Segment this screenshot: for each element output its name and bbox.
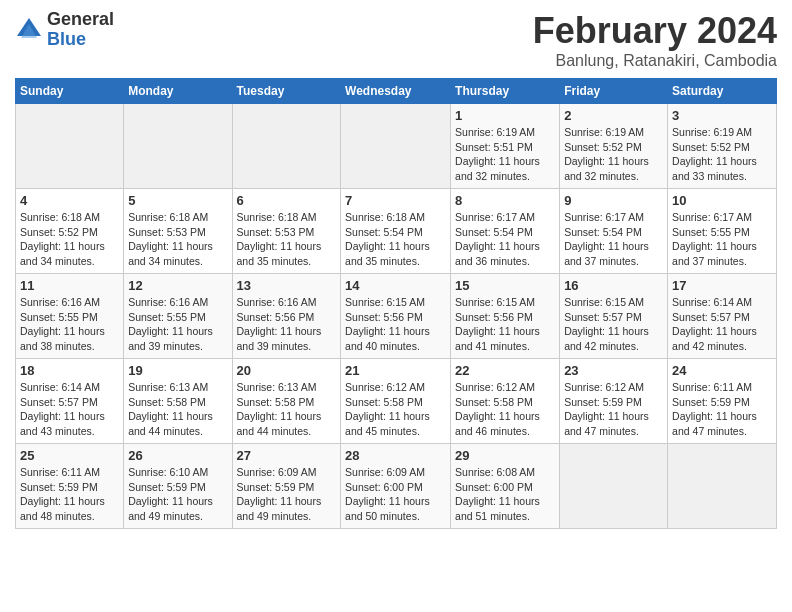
calendar-cell: 26Sunrise: 6:10 AM Sunset: 5:59 PM Dayli… xyxy=(124,444,232,529)
calendar-cell: 7Sunrise: 6:18 AM Sunset: 5:54 PM Daylig… xyxy=(341,189,451,274)
day-info: Sunrise: 6:10 AM Sunset: 5:59 PM Dayligh… xyxy=(128,465,227,524)
calendar-cell: 20Sunrise: 6:13 AM Sunset: 5:58 PM Dayli… xyxy=(232,359,341,444)
day-info: Sunrise: 6:12 AM Sunset: 5:59 PM Dayligh… xyxy=(564,380,663,439)
calendar-cell: 16Sunrise: 6:15 AM Sunset: 5:57 PM Dayli… xyxy=(560,274,668,359)
day-number: 29 xyxy=(455,448,555,463)
day-number: 12 xyxy=(128,278,227,293)
calendar-cell: 21Sunrise: 6:12 AM Sunset: 5:58 PM Dayli… xyxy=(341,359,451,444)
day-number: 7 xyxy=(345,193,446,208)
header-friday: Friday xyxy=(560,79,668,104)
calendar-week-row: 18Sunrise: 6:14 AM Sunset: 5:57 PM Dayli… xyxy=(16,359,777,444)
day-info: Sunrise: 6:11 AM Sunset: 5:59 PM Dayligh… xyxy=(20,465,119,524)
day-number: 23 xyxy=(564,363,663,378)
day-info: Sunrise: 6:12 AM Sunset: 5:58 PM Dayligh… xyxy=(345,380,446,439)
day-number: 6 xyxy=(237,193,337,208)
day-number: 14 xyxy=(345,278,446,293)
day-number: 17 xyxy=(672,278,772,293)
day-number: 21 xyxy=(345,363,446,378)
day-info: Sunrise: 6:15 AM Sunset: 5:57 PM Dayligh… xyxy=(564,295,663,354)
day-number: 26 xyxy=(128,448,227,463)
day-info: Sunrise: 6:13 AM Sunset: 5:58 PM Dayligh… xyxy=(237,380,337,439)
day-info: Sunrise: 6:17 AM Sunset: 5:54 PM Dayligh… xyxy=(455,210,555,269)
calendar-week-row: 25Sunrise: 6:11 AM Sunset: 5:59 PM Dayli… xyxy=(16,444,777,529)
day-number: 5 xyxy=(128,193,227,208)
calendar-cell xyxy=(124,104,232,189)
calendar-cell: 14Sunrise: 6:15 AM Sunset: 5:56 PM Dayli… xyxy=(341,274,451,359)
calendar-cell: 18Sunrise: 6:14 AM Sunset: 5:57 PM Dayli… xyxy=(16,359,124,444)
day-info: Sunrise: 6:14 AM Sunset: 5:57 PM Dayligh… xyxy=(672,295,772,354)
day-info: Sunrise: 6:18 AM Sunset: 5:53 PM Dayligh… xyxy=(237,210,337,269)
calendar-cell: 10Sunrise: 6:17 AM Sunset: 5:55 PM Dayli… xyxy=(668,189,777,274)
calendar-cell: 4Sunrise: 6:18 AM Sunset: 5:52 PM Daylig… xyxy=(16,189,124,274)
calendar-cell: 2Sunrise: 6:19 AM Sunset: 5:52 PM Daylig… xyxy=(560,104,668,189)
day-info: Sunrise: 6:18 AM Sunset: 5:54 PM Dayligh… xyxy=(345,210,446,269)
calendar-cell: 15Sunrise: 6:15 AM Sunset: 5:56 PM Dayli… xyxy=(451,274,560,359)
day-info: Sunrise: 6:17 AM Sunset: 5:54 PM Dayligh… xyxy=(564,210,663,269)
day-number: 28 xyxy=(345,448,446,463)
logo-general-text: General xyxy=(47,10,114,30)
calendar-week-row: 1Sunrise: 6:19 AM Sunset: 5:51 PM Daylig… xyxy=(16,104,777,189)
day-number: 3 xyxy=(672,108,772,123)
page-header: General Blue February 2024 Banlung, Rata… xyxy=(15,10,777,70)
calendar-cell: 17Sunrise: 6:14 AM Sunset: 5:57 PM Dayli… xyxy=(668,274,777,359)
day-number: 13 xyxy=(237,278,337,293)
calendar-cell: 23Sunrise: 6:12 AM Sunset: 5:59 PM Dayli… xyxy=(560,359,668,444)
day-info: Sunrise: 6:16 AM Sunset: 5:55 PM Dayligh… xyxy=(20,295,119,354)
calendar-header-row: SundayMondayTuesdayWednesdayThursdayFrid… xyxy=(16,79,777,104)
day-info: Sunrise: 6:19 AM Sunset: 5:51 PM Dayligh… xyxy=(455,125,555,184)
day-number: 25 xyxy=(20,448,119,463)
day-number: 2 xyxy=(564,108,663,123)
day-number: 15 xyxy=(455,278,555,293)
day-info: Sunrise: 6:19 AM Sunset: 5:52 PM Dayligh… xyxy=(672,125,772,184)
calendar-cell: 12Sunrise: 6:16 AM Sunset: 5:55 PM Dayli… xyxy=(124,274,232,359)
title-block: February 2024 Banlung, Ratanakiri, Cambo… xyxy=(533,10,777,70)
location: Banlung, Ratanakiri, Cambodia xyxy=(533,52,777,70)
calendar-cell: 27Sunrise: 6:09 AM Sunset: 5:59 PM Dayli… xyxy=(232,444,341,529)
header-monday: Monday xyxy=(124,79,232,104)
day-info: Sunrise: 6:14 AM Sunset: 5:57 PM Dayligh… xyxy=(20,380,119,439)
day-info: Sunrise: 6:08 AM Sunset: 6:00 PM Dayligh… xyxy=(455,465,555,524)
day-number: 4 xyxy=(20,193,119,208)
day-info: Sunrise: 6:15 AM Sunset: 5:56 PM Dayligh… xyxy=(345,295,446,354)
day-info: Sunrise: 6:17 AM Sunset: 5:55 PM Dayligh… xyxy=(672,210,772,269)
day-number: 9 xyxy=(564,193,663,208)
month-title: February 2024 xyxy=(533,10,777,52)
day-number: 16 xyxy=(564,278,663,293)
logo: General Blue xyxy=(15,10,114,50)
day-number: 10 xyxy=(672,193,772,208)
calendar-cell: 29Sunrise: 6:08 AM Sunset: 6:00 PM Dayli… xyxy=(451,444,560,529)
day-info: Sunrise: 6:09 AM Sunset: 5:59 PM Dayligh… xyxy=(237,465,337,524)
day-info: Sunrise: 6:15 AM Sunset: 5:56 PM Dayligh… xyxy=(455,295,555,354)
calendar-week-row: 4Sunrise: 6:18 AM Sunset: 5:52 PM Daylig… xyxy=(16,189,777,274)
calendar-cell xyxy=(341,104,451,189)
day-info: Sunrise: 6:18 AM Sunset: 5:52 PM Dayligh… xyxy=(20,210,119,269)
calendar-cell: 22Sunrise: 6:12 AM Sunset: 5:58 PM Dayli… xyxy=(451,359,560,444)
header-tuesday: Tuesday xyxy=(232,79,341,104)
header-thursday: Thursday xyxy=(451,79,560,104)
day-number: 22 xyxy=(455,363,555,378)
calendar-cell: 19Sunrise: 6:13 AM Sunset: 5:58 PM Dayli… xyxy=(124,359,232,444)
calendar-cell: 6Sunrise: 6:18 AM Sunset: 5:53 PM Daylig… xyxy=(232,189,341,274)
day-info: Sunrise: 6:18 AM Sunset: 5:53 PM Dayligh… xyxy=(128,210,227,269)
calendar-table: SundayMondayTuesdayWednesdayThursdayFrid… xyxy=(15,78,777,529)
day-number: 20 xyxy=(237,363,337,378)
day-info: Sunrise: 6:16 AM Sunset: 5:56 PM Dayligh… xyxy=(237,295,337,354)
logo-blue-text: Blue xyxy=(47,30,114,50)
calendar-cell: 24Sunrise: 6:11 AM Sunset: 5:59 PM Dayli… xyxy=(668,359,777,444)
day-info: Sunrise: 6:12 AM Sunset: 5:58 PM Dayligh… xyxy=(455,380,555,439)
calendar-cell: 3Sunrise: 6:19 AM Sunset: 5:52 PM Daylig… xyxy=(668,104,777,189)
calendar-week-row: 11Sunrise: 6:16 AM Sunset: 5:55 PM Dayli… xyxy=(16,274,777,359)
calendar-cell xyxy=(232,104,341,189)
day-info: Sunrise: 6:16 AM Sunset: 5:55 PM Dayligh… xyxy=(128,295,227,354)
calendar-cell xyxy=(560,444,668,529)
day-info: Sunrise: 6:19 AM Sunset: 5:52 PM Dayligh… xyxy=(564,125,663,184)
header-saturday: Saturday xyxy=(668,79,777,104)
calendar-cell: 25Sunrise: 6:11 AM Sunset: 5:59 PM Dayli… xyxy=(16,444,124,529)
calendar-cell: 8Sunrise: 6:17 AM Sunset: 5:54 PM Daylig… xyxy=(451,189,560,274)
day-info: Sunrise: 6:09 AM Sunset: 6:00 PM Dayligh… xyxy=(345,465,446,524)
calendar-cell xyxy=(668,444,777,529)
calendar-cell: 13Sunrise: 6:16 AM Sunset: 5:56 PM Dayli… xyxy=(232,274,341,359)
day-number: 18 xyxy=(20,363,119,378)
day-info: Sunrise: 6:13 AM Sunset: 5:58 PM Dayligh… xyxy=(128,380,227,439)
day-number: 19 xyxy=(128,363,227,378)
